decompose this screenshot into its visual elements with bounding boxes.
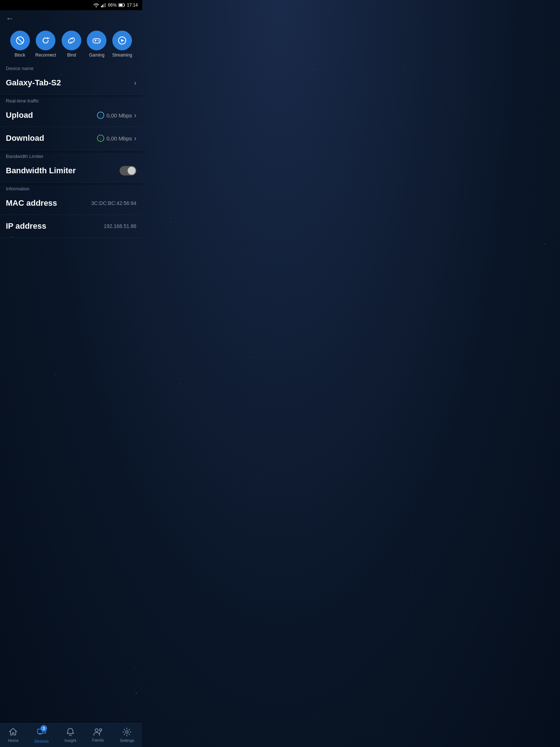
- download-row[interactable]: Download ↓ 0,00 Mbps ›: [0, 127, 142, 150]
- toggle-knob: [128, 167, 136, 175]
- status-bar: 66% 17:14: [0, 0, 142, 10]
- download-icon: ↓: [97, 135, 104, 142]
- svg-rect-2: [102, 5, 103, 7]
- upload-right: ↑ 0,00 Mbps ›: [97, 112, 136, 119]
- gaming-label: Gaming: [89, 53, 104, 58]
- reconnect-icon: [36, 31, 55, 50]
- battery-icon: [118, 3, 125, 7]
- download-label: Download: [6, 133, 44, 143]
- upload-icon: ↑: [97, 112, 104, 119]
- traffic-section-label: Real-time traffic: [0, 94, 45, 105]
- svg-rect-1: [101, 6, 102, 7]
- svg-line-8: [17, 38, 23, 43]
- streaming-label: Streaming: [112, 53, 132, 58]
- svg-point-14: [99, 41, 100, 42]
- device-section-label: Device name: [0, 61, 39, 73]
- device-name-row[interactable]: Galaxy-Tab-S2 ›: [0, 71, 142, 94]
- bind-label: Bind: [67, 53, 76, 58]
- action-block[interactable]: Block: [10, 31, 30, 58]
- svg-rect-3: [104, 4, 105, 7]
- download-chevron: ›: [134, 135, 136, 142]
- svg-marker-16: [121, 39, 124, 42]
- info-section-label: Information: [0, 182, 35, 193]
- block-label: Block: [15, 53, 25, 58]
- upload-chevron: ›: [134, 112, 136, 119]
- svg-point-0: [96, 6, 97, 7]
- action-row: Block Reconnect Bind: [0, 27, 142, 65]
- device-chevron: ›: [134, 79, 136, 87]
- upload-value: 0,00 Mbps: [106, 112, 132, 119]
- bind-icon: [62, 31, 81, 50]
- wifi-icon: [93, 3, 99, 7]
- upload-label: Upload: [6, 111, 33, 120]
- bandwidth-label: Bandwidth Limiter: [6, 166, 76, 175]
- gaming-icon: [87, 31, 106, 50]
- mac-value: 3C:DC:BC:42:56:94: [91, 200, 136, 206]
- battery-text: 66%: [108, 3, 117, 8]
- action-bind[interactable]: Bind: [62, 31, 81, 58]
- download-value: 0,00 Mbps: [106, 135, 132, 142]
- ip-label: IP address: [6, 221, 46, 231]
- device-name: Galaxy-Tab-S2: [6, 78, 61, 88]
- back-button[interactable]: ←: [6, 14, 14, 23]
- bandwidth-section-label: Bandwidth Limiter: [0, 149, 49, 160]
- action-gaming[interactable]: Gaming: [87, 31, 106, 58]
- bandwidth-row[interactable]: Bandwidth Limiter: [0, 159, 142, 182]
- block-icon: [10, 31, 30, 50]
- download-right: ↓ 0,00 Mbps ›: [97, 135, 136, 142]
- streaming-icon: [112, 31, 132, 50]
- svg-rect-6: [119, 4, 122, 6]
- svg-point-13: [98, 40, 98, 40]
- ip-value: 192.168.51.86: [104, 223, 136, 229]
- action-reconnect[interactable]: Reconnect: [35, 31, 56, 58]
- reconnect-label: Reconnect: [35, 53, 56, 58]
- header: ←: [0, 10, 142, 27]
- mac-row: MAC address 3C:DC:BC:42:56:94: [0, 192, 142, 215]
- mac-label: MAC address: [6, 198, 57, 208]
- time-text: 17:14: [127, 3, 138, 8]
- action-streaming[interactable]: Streaming: [112, 31, 132, 58]
- ip-row: IP address 192.168.51.86: [0, 215, 142, 238]
- upload-row[interactable]: Upload ↑ 0,00 Mbps ›: [0, 104, 142, 127]
- bandwidth-toggle[interactable]: [120, 166, 136, 175]
- svg-rect-4: [105, 3, 106, 7]
- signal-icon: [101, 3, 106, 7]
